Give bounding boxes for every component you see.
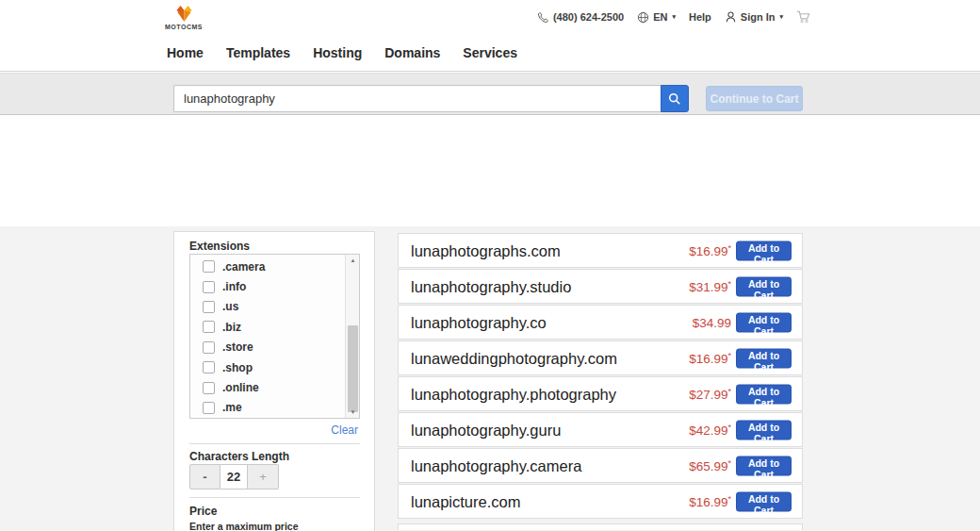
domain-name: lunaphotographs.com	[411, 241, 561, 259]
checkbox[interactable]	[203, 260, 215, 273]
decrement-button[interactable]: -	[189, 464, 220, 490]
nav-item-services[interactable]: Services	[463, 45, 517, 60]
search-button[interactable]	[661, 85, 689, 112]
price-value: $16.99	[689, 352, 727, 366]
price-value: $65.99	[689, 459, 727, 473]
checkbox[interactable]	[203, 382, 215, 394]
extension-option-shop[interactable]: .shop	[190, 357, 346, 377]
add-to-cart-button[interactable]: Add to Cart	[736, 456, 792, 475]
domain-results-list: lunaphotographs.com $16.99* Add to Cart …	[398, 233, 803, 530]
price-value: $16.99	[689, 495, 727, 509]
add-to-cart-button[interactable]: Add to Cart	[736, 241, 792, 260]
checkbox[interactable]	[203, 301, 215, 313]
domain-search-input[interactable]	[173, 85, 661, 112]
domain-result-row-partial	[398, 523, 803, 530]
domain-price: $27.99*	[689, 386, 731, 402]
chevron-down-icon: ▾	[672, 13, 676, 21]
checkbox[interactable]	[203, 402, 215, 414]
extensions-list: .camera .info .us .biz	[190, 257, 346, 418]
domain-price: $42.99*	[689, 422, 731, 438]
add-to-cart-button[interactable]: Add to Cart	[736, 420, 792, 440]
checkbox[interactable]	[203, 341, 215, 354]
domain-result-row: lunaphotography.guru $42.99* Add to Cart	[398, 412, 803, 447]
extension-option-info[interactable]: .info	[190, 276, 346, 296]
price-asterisk: *	[727, 278, 731, 288]
language-selector[interactable]: EN ▾	[637, 11, 676, 24]
price-asterisk: *	[727, 242, 731, 252]
result-banner-zone: Domain Taken Call (480) 624-2500 for buy…	[0, 116, 980, 226]
domain-price: $34.99	[693, 314, 731, 330]
scrollbar[interactable]: ▲ ▼	[345, 255, 359, 418]
extension-option-biz[interactable]: .biz	[190, 317, 346, 337]
extension-option-online[interactable]: .online	[190, 377, 346, 397]
top-utility-bar: MOTOCMS (480) 624-2500 EN ▾ Help Sign In…	[0, 0, 980, 34]
domain-name: lunapicture.com	[411, 492, 520, 510]
domain-price: $65.99*	[689, 457, 731, 473]
increment-button[interactable]: +	[248, 464, 279, 490]
domain-name: lunaweddingphotography.com	[411, 349, 617, 367]
search-icon	[668, 92, 681, 106]
scroll-up-icon[interactable]: ▲	[346, 255, 360, 266]
logo-text: MOTOCMS	[162, 24, 205, 30]
globe-icon	[637, 11, 649, 24]
domain-price: $16.99*	[689, 493, 731, 509]
extension-option-camera[interactable]: .camera	[190, 257, 346, 276]
checkbox[interactable]	[203, 361, 215, 373]
price-asterisk: *	[727, 422, 731, 431]
domain-price: $16.99*	[689, 350, 731, 366]
domain-search-band: Continue to Cart	[0, 73, 980, 115]
domain-result-row: lunaphotography.camera $65.99* Add to Ca…	[398, 448, 803, 483]
price-value: $27.99	[689, 388, 727, 402]
cart-button[interactable]	[796, 10, 810, 24]
nav-item-hosting[interactable]: Hosting	[313, 45, 362, 60]
page: MOTOCMS (480) 624-2500 EN ▾ Help Sign In…	[0, 0, 980, 531]
phone-link[interactable]: (480) 624-2500	[537, 11, 624, 24]
divider	[189, 497, 360, 498]
domain-name: lunaphotography.guru	[411, 421, 561, 439]
add-to-cart-button[interactable]: Add to Cart	[736, 312, 792, 332]
continue-to-cart-button[interactable]: Continue to Cart	[706, 86, 803, 111]
domain-result-row: lunaphotography.photography $27.99* Add …	[398, 376, 803, 411]
characters-length-heading: Characters Length	[189, 450, 289, 463]
extension-option-us[interactable]: .us	[190, 297, 346, 317]
price-asterisk: *	[727, 386, 731, 395]
nav-item-templates[interactable]: Templates	[226, 45, 290, 60]
logo[interactable]: MOTOCMS	[162, 3, 205, 30]
phone-icon	[537, 11, 549, 24]
filter-panel: Extensions .camera .info .us	[173, 231, 375, 531]
scrollbar-thumb[interactable]	[348, 325, 358, 412]
header-utilities: (480) 624-2500 EN ▾ Help Sign In ▾	[537, 0, 810, 34]
domain-name: lunaphotography.co	[411, 313, 547, 331]
help-link[interactable]: Help	[689, 11, 711, 23]
price-asterisk: *	[727, 493, 731, 503]
domain-result-row: lunaphotography.co $34.99 Add to Cart	[398, 305, 803, 340]
sign-in-menu[interactable]: Sign In ▾	[725, 10, 783, 24]
add-to-cart-button[interactable]: Add to Cart	[736, 384, 792, 404]
heart-logo-icon	[172, 3, 196, 23]
extension-option-store[interactable]: .store	[190, 338, 346, 357]
domain-result-row: lunapicture.com $16.99* Add to Cart	[398, 484, 803, 519]
checkbox[interactable]	[203, 321, 215, 333]
chevron-down-icon: ▾	[779, 13, 783, 21]
domain-result-row: lunaphotography.studio $31.99* Add to Ca…	[398, 269, 803, 304]
nav-item-home[interactable]: Home	[167, 45, 204, 60]
domain-name: lunaphotography.camera	[411, 456, 581, 474]
nav-item-domains[interactable]: Domains	[384, 45, 440, 60]
add-to-cart-button[interactable]: Add to Cart	[736, 276, 792, 296]
checkbox[interactable]	[203, 281, 215, 293]
price-value: $34.99	[693, 316, 731, 330]
add-to-cart-button[interactable]: Add to Cart	[736, 491, 792, 511]
domain-price: $31.99*	[689, 278, 731, 294]
domain-name: lunaphotography.photography	[411, 385, 616, 403]
add-to-cart-button[interactable]: Add to Cart	[736, 348, 792, 368]
clear-filters-link[interactable]: Clear	[331, 423, 358, 437]
extension-option-me[interactable]: .me	[190, 398, 346, 418]
main-nav: Home Templates Hosting Domains Services	[0, 34, 980, 72]
person-icon	[725, 10, 737, 24]
price-value: $42.99	[689, 423, 727, 438]
cart-icon	[796, 10, 810, 24]
scroll-down-icon[interactable]: ▼	[346, 407, 360, 418]
domain-result-row: lunaweddingphotography.com $16.99* Add t…	[398, 340, 803, 375]
price-value: $31.99	[689, 280, 727, 294]
price-asterisk: *	[727, 457, 731, 467]
